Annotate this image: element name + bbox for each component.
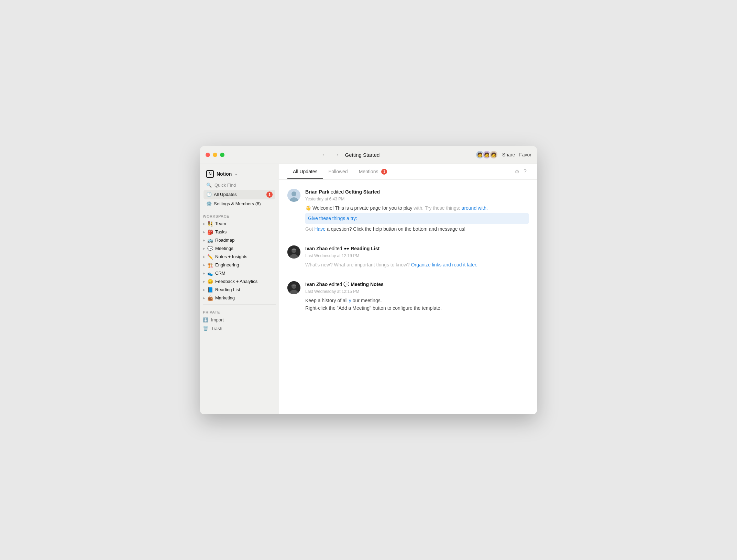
trash-icon: 🗑️ <box>203 326 208 331</box>
sidebar-item-team[interactable]: ▶ 👯 Team <box>200 220 279 228</box>
page-emoji: 🕶️ <box>343 246 351 251</box>
feedback-label: Feedback + Analytics <box>215 279 257 284</box>
notion-brand[interactable]: N Notion ⌄ <box>204 168 275 180</box>
back-button[interactable]: ← <box>320 150 328 159</box>
all-updates-label: All Updates <box>214 192 236 197</box>
link-y[interactable]: y <box>349 298 351 303</box>
update-emoji: 👋 <box>305 205 312 211</box>
updates-tabs: All Updates Followed Mentions 1 ⚙ ? <box>279 164 537 180</box>
sidebar: N Notion ⌄ 🔍 Quick Find 🕐 All Updates 1 <box>200 164 279 414</box>
sidebar-item-roadmap[interactable]: ▶ 🚌 Roadmap <box>200 236 279 244</box>
reading-list-label: Reading List <box>215 287 240 292</box>
sidebar-item-notes[interactable]: ▶ ✏️ Notes + Insights <box>200 253 279 261</box>
help-icon-button[interactable]: ? <box>521 167 529 176</box>
tab-all-updates-label: All Updates <box>293 169 318 174</box>
update-time: Last Wednesday at 12:15 PM <box>305 289 529 294</box>
tab-all-updates[interactable]: All Updates <box>287 164 323 179</box>
sidebar-item-trash[interactable]: 🗑️ Trash <box>200 324 279 333</box>
sidebar-item-settings[interactable]: ⚙️ Settings & Members (8) <box>204 199 275 208</box>
collapse-icon: ▶ <box>203 280 205 283</box>
svg-point-1 <box>292 191 296 196</box>
settings-icon-button[interactable]: ⚙ <box>513 167 521 176</box>
tasks-emoji: 🎒 <box>207 229 213 235</box>
gear-icon: ⚙️ <box>206 201 212 206</box>
trash-label: Trash <box>211 326 222 331</box>
strikethrough-text: with. Try these things: <box>414 205 460 211</box>
update-item: Brian Park edited Getting Started Yester… <box>279 183 537 239</box>
update-header: Ivan Zhao edited 🕶️ Reading List <box>305 245 529 252</box>
quick-find-label: Quick Find <box>214 183 236 188</box>
update-page-title: Meeting Notes <box>351 282 384 287</box>
forward-button[interactable]: → <box>332 150 341 159</box>
notes-label: Notes + Insights <box>215 254 248 259</box>
update-item: Ivan Zhao edited 🕶️ Reading List Last We… <box>279 239 537 275</box>
brand-label: Notion <box>217 171 232 177</box>
engineering-emoji: 🏗️ <box>207 262 213 268</box>
private-section-label: PRIVATE <box>200 307 279 316</box>
strikethrough-text-2: Got <box>305 226 313 232</box>
roadmap-emoji: 🚌 <box>207 238 213 243</box>
marketing-emoji: 👜 <box>207 295 213 301</box>
crm-label: CRM <box>215 271 226 276</box>
link-have[interactable]: Have <box>314 226 326 232</box>
update-content: Keep a history of all y our meetings.Rig… <box>305 297 529 312</box>
favorite-button[interactable]: Favor <box>519 152 531 157</box>
titlebar: ← → Getting Started 🧑 🧑 🧑 Share Favor <box>200 146 537 164</box>
share-button[interactable]: Share <box>502 152 515 157</box>
update-author: Brian Park <box>305 189 329 195</box>
collapse-icon: ▶ <box>203 263 205 267</box>
updates-list: Brian Park edited Getting Started Yester… <box>279 180 537 414</box>
sidebar-item-marketing[interactable]: ▶ 👜 Marketing <box>200 294 279 302</box>
import-icon: ⬇️ <box>203 317 208 322</box>
sidebar-item-reading-list[interactable]: ▶ 📘 Reading List <box>200 286 279 294</box>
update-body: Brian Park edited Getting Started Yester… <box>305 189 529 233</box>
settings-label: Settings & Members (8) <box>214 201 261 206</box>
import-label: Import <box>211 317 224 322</box>
close-button[interactable] <box>206 153 210 157</box>
roadmap-label: Roadmap <box>215 238 234 243</box>
sidebar-item-tasks[interactable]: ▶ 🎒 Tasks <box>200 228 279 236</box>
notion-icon: N <box>206 170 214 178</box>
collapse-icon: ▶ <box>203 230 205 234</box>
tab-followed-label: Followed <box>329 169 348 174</box>
collapse-icon: ▶ <box>203 272 205 275</box>
tab-followed[interactable]: Followed <box>323 164 353 179</box>
link-text[interactable]: around with. <box>462 205 488 211</box>
maximize-button[interactable] <box>220 153 224 157</box>
update-body: Ivan Zhao edited 🕶️ Reading List Last We… <box>305 245 529 268</box>
update-text: Keep a history of all <box>305 298 349 303</box>
minimize-button[interactable] <box>213 153 217 157</box>
team-emoji: 👯 <box>207 221 213 227</box>
highlight-link[interactable]: Give these things a try: <box>308 216 357 221</box>
svg-point-4 <box>292 248 296 253</box>
app-window: ← → Getting Started 🧑 🧑 🧑 Share Favor N … <box>200 146 537 414</box>
updates-panel: All Updates Followed Mentions 1 ⚙ ? <box>279 164 537 414</box>
sidebar-item-import[interactable]: ⬇️ Import <box>200 316 279 324</box>
tab-mentions-label: Mentions <box>359 169 378 174</box>
update-header: Brian Park edited Getting Started <box>305 189 529 196</box>
update-page-title: Reading List <box>351 246 380 251</box>
reading-list-emoji: 📘 <box>207 287 213 293</box>
update-action: edited <box>329 282 343 287</box>
svg-point-7 <box>292 284 296 289</box>
update-item: Ivan Zhao edited 💬 Meeting Notes Last We… <box>279 275 537 318</box>
avatar <box>287 281 300 294</box>
avatar: 🧑 <box>489 150 498 159</box>
sidebar-item-feedback[interactable]: ▶ 😊 Feedback + Analytics <box>200 277 279 286</box>
sidebar-item-engineering[interactable]: ▶ 🏗️ Engineering <box>200 261 279 269</box>
sidebar-item-all-updates[interactable]: 🕐 All Updates 1 <box>204 190 275 199</box>
link-text[interactable]: Organize links and read it later. <box>411 262 477 267</box>
meetings-label: Meetings <box>215 246 233 251</box>
quick-find-button[interactable]: 🔍 Quick Find <box>204 180 275 190</box>
collapse-icon: ▶ <box>203 255 205 259</box>
sidebar-item-crm[interactable]: ▶ 👟 CRM <box>200 269 279 277</box>
tasks-label: Tasks <box>215 229 227 234</box>
update-action: edited <box>331 189 345 195</box>
sidebar-item-meetings[interactable]: ▶ 💬 Meetings <box>200 244 279 253</box>
tab-mentions[interactable]: Mentions 1 <box>353 164 393 180</box>
avatar <box>287 189 300 202</box>
workspace-section-label: WORKSPACE <box>200 211 279 220</box>
titlebar-actions: 🧑 🧑 🧑 Share Favor <box>475 150 531 159</box>
collapse-icon: ▶ <box>203 222 205 226</box>
collapse-icon: ▶ <box>203 288 205 292</box>
